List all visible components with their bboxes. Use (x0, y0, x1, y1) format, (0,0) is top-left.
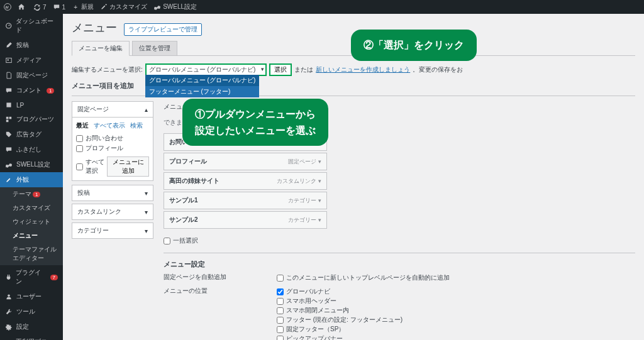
tab-recent[interactable]: 最近 (76, 121, 89, 130)
svg-point-8 (8, 294, 10, 297)
nav-settings[interactable]: 設定 (0, 319, 63, 334)
customize-bar[interactable]: カスタマイズ (100, 3, 147, 11)
nav-tabs: メニューを編集 位置を管理 (72, 41, 635, 56)
select-label: 編集するメニューを選択: (72, 65, 143, 74)
svg-rect-2 (6, 58, 11, 62)
main-content: メニュー ライブプレビューで管理 メニューを編集 位置を管理 編集するメニューを… (63, 14, 644, 340)
locations-label: メニューの位置 (164, 287, 277, 340)
menu-dropdown-list: グローバルメニュー (グローバルナビ) フッターメニュー (フッター) (145, 75, 259, 97)
add-to-menu-button[interactable]: メニューに追加 (107, 156, 149, 177)
new-content[interactable]: +新規 (72, 3, 94, 11)
acc-pages[interactable]: 固定ページ▴ (72, 101, 153, 118)
acc-posts[interactable]: 投稿▾ (72, 185, 153, 201)
chk-loc-footer[interactable]: フッター (現在の設定: フッターメニュー) (277, 315, 402, 324)
nav-users[interactable]: ユーザー (0, 289, 63, 304)
save-note: 。変更の保存をお (413, 65, 463, 74)
nav-plugins[interactable]: プラグイン7 (0, 265, 63, 289)
site-home[interactable] (18, 3, 27, 11)
chevron-down-icon: ▾ (145, 190, 148, 197)
structure-info: できます。 (164, 118, 635, 127)
menu-select-dropdown[interactable]: グローバルメニュー (グローバルナビ)▾ (145, 63, 267, 76)
sub-editor[interactable]: テーマファイルエディター (0, 243, 63, 265)
menu-structure-item[interactable]: サンプル1カテゴリー ▾ (164, 192, 327, 209)
nav-dashboard[interactable]: ダッシュボード (0, 14, 63, 38)
menu-settings-heading: メニュー設定 (164, 260, 635, 269)
tab-edit-menus[interactable]: メニューを編集 (72, 41, 130, 56)
nav-lp[interactable]: LP (0, 98, 63, 112)
nav-blogparts[interactable]: ブログパーツ (0, 112, 63, 127)
svg-point-3 (8, 59, 9, 60)
nav-swell[interactable]: SWELL設定 (0, 157, 63, 172)
menu-name-input[interactable] (199, 101, 280, 112)
menu-structure-item[interactable]: お問い合わせ固定ページ ▾ (164, 133, 327, 151)
svg-point-0 (4, 4, 11, 11)
acc-categories[interactable]: カテゴリー▾ (72, 222, 153, 239)
wp-logo[interactable] (4, 3, 11, 11)
nav-appearance-sub: テーマ1 カスタマイズ ウィジェット メニュー テーマファイルエディター (0, 187, 63, 265)
chk-auto-add[interactable]: このメニューに新しいトップレベルページを自動的に追加 (277, 273, 450, 282)
page-title: メニュー (72, 20, 117, 35)
tab-manage-locations[interactable]: 位置を管理 (132, 41, 177, 55)
admin-bar: 7 1 +新規 カスタマイズ SWELL設定 (0, 0, 644, 14)
chevron-down-icon: ▾ (261, 66, 264, 72)
sub-customize[interactable]: カスタマイズ (0, 201, 63, 215)
chevron-down-icon: ▾ (145, 228, 148, 234)
tab-all[interactable]: すべて表示 (94, 121, 125, 130)
nav-fukidashi[interactable]: ふきだし (0, 142, 63, 157)
svg-rect-6 (9, 117, 12, 119)
nav-appearance[interactable]: 外観 (0, 172, 63, 187)
acc-custom-links[interactable]: カスタムリンク▾ (72, 204, 153, 220)
live-preview-button[interactable]: ライブプレビューで管理 (124, 23, 202, 36)
admin-sidebar: ダッシュボード 投稿 メディア 固定ページ コメント1 LP ブログパーツ 広告… (0, 14, 63, 340)
menu-structure-item[interactable]: 高田の姉妹サイトカスタムリンク ▾ (164, 172, 327, 190)
select-button[interactable]: 選択 (269, 63, 292, 76)
chevron-down-icon: ▾ (145, 209, 148, 216)
menu-select-row: 編集するメニューを選択: グローバルメニュー (グローバルナビ)▾ グローバルメ… (72, 63, 635, 76)
sub-widgets[interactable]: ウィジェット (0, 215, 63, 229)
chevron-up-icon: ▴ (145, 106, 148, 113)
chk-contact[interactable]: お問い合わせ (76, 134, 149, 143)
updates[interactable]: 7 (33, 3, 47, 11)
create-menu-link[interactable]: 新しいメニューを作成しましょう (316, 65, 410, 74)
chk-loc-fixed-footer[interactable]: 固定フッター（SP） (277, 325, 402, 334)
chk-loc-global[interactable]: グローバルナビ (277, 287, 402, 296)
sub-menus[interactable]: メニュー (0, 229, 63, 243)
or-text: または (294, 65, 313, 74)
add-items-heading: メニュー項目を追加 (72, 81, 153, 93)
nav-media[interactable]: メディア (0, 53, 63, 68)
bulk-select[interactable]: 一括選択 (164, 236, 198, 245)
svg-rect-7 (6, 120, 9, 123)
svg-rect-5 (6, 117, 9, 119)
menu-name-label: メニュー名 (164, 102, 195, 111)
chk-profile[interactable]: プロフィール (76, 144, 149, 153)
acc-pages-body: 最近 すべて表示 検索 お問い合わせ プロフィール すべて選択 メニューに追加 (72, 118, 153, 181)
chk-loc-sp-drawer[interactable]: スマホ開閉メニュー内 (277, 306, 402, 315)
dropdown-option-footer[interactable]: フッターメニュー (フッター) (145, 86, 259, 97)
nav-reusable[interactable]: 再利用ブロック (0, 334, 63, 340)
nav-adtag[interactable]: 広告タグ (0, 127, 63, 142)
dropdown-option-global[interactable]: グローバルメニュー (グローバルナビ) (145, 75, 259, 86)
chk-select-all[interactable]: すべて選択 (76, 158, 107, 175)
swell-bar[interactable]: SWELL設定 (153, 3, 197, 11)
menu-structure-item[interactable]: プロフィール固定ページ ▾ (164, 153, 327, 170)
auto-add-label: 固定ページを自動追加 (164, 273, 277, 283)
tab-search[interactable]: 検索 (130, 121, 143, 130)
comments-bar[interactable]: 1 (53, 3, 66, 11)
nav-posts[interactable]: 投稿 (0, 38, 63, 53)
chk-loc-pickup[interactable]: ピックアップバナー (277, 334, 402, 340)
svg-rect-4 (6, 102, 11, 107)
menu-structure-item[interactable]: サンプル2カテゴリー ▾ (164, 211, 327, 229)
sub-themes[interactable]: テーマ1 (0, 187, 63, 201)
nav-pages[interactable]: 固定ページ (0, 68, 63, 83)
chk-loc-sp-header[interactable]: スマホ用ヘッダー (277, 297, 402, 305)
nav-comments[interactable]: コメント1 (0, 83, 63, 98)
nav-tools[interactable]: ツール (0, 304, 63, 319)
